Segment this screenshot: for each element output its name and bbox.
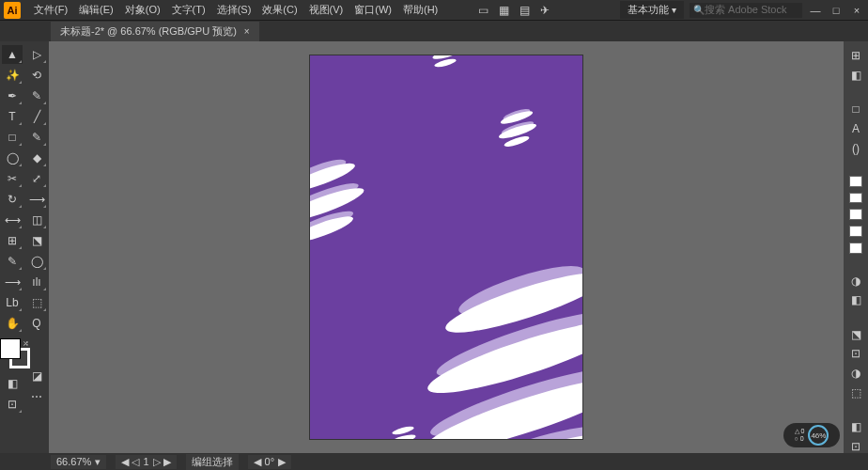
column-graph-tool[interactable]: ılı [26,273,47,291]
ellipse-tool[interactable]: ◯ [2,149,23,167]
swatch-white-2[interactable] [849,193,862,204]
menu-view[interactable]: 视图(V) [303,3,349,17]
gpu-performance-indicator[interactable]: △ 0○ 0 46% [783,423,840,447]
gradient-panel-icon[interactable]: ⊡ [847,347,864,361]
selection-info: 编组选择 [186,454,239,470]
toolbar-left-col: ▲ ✨ ✒ T □ ◯ ✂ ↻ ⟷ ⊞ ✎ ⟶ Lb ✋ ⤮ ◧ ⊡ [0,41,24,453]
tab-close-button[interactable]: × [244,26,250,37]
libraries-panel-icon[interactable]: ◧ [847,69,864,83]
slice-tool[interactable]: ⬚ [26,293,47,312]
swatch-white-5[interactable] [849,243,862,254]
rectangle-tool[interactable]: □ [2,128,23,147]
color-panel-icon[interactable]: □ [847,102,864,117]
menu-type[interactable]: 文字(T) [166,3,211,17]
screen-mode-button[interactable]: ⊡ [2,395,23,414]
blend-tool[interactable]: ◯ [26,252,47,271]
swatch-white-1[interactable] [849,176,862,187]
paintbrush-tool[interactable]: ✎ [26,128,47,147]
lasso-tool[interactable]: ⟲ [26,66,47,85]
eyedropper-tool[interactable]: ✎ [2,252,23,271]
menu-object[interactable]: 对象(O) [119,3,166,17]
scale-tool[interactable]: ⤢ [26,169,47,188]
free-transform-tool[interactable]: ⟶ [26,190,47,209]
menu-window[interactable]: 窗口(W) [349,3,397,17]
swap-fill-stroke-icon[interactable]: ⤮ [23,339,29,348]
zoom-tool[interactable]: Q [26,314,47,333]
stroke-panel-icon[interactable]: ⬔ [847,327,864,341]
swatch-white-4[interactable] [849,226,862,237]
draw-mode-normal[interactable]: ◪ [26,367,47,385]
close-window-button[interactable]: × [849,4,864,17]
menu-effect[interactable]: 效果(C) [256,3,302,17]
toolbar-right-col: ▷ ⟲ ✎ ╱ ✎ ◆ ⤢ ⟶ ◫ ⬔ ◯ ılı ⬚ Q ◪ ⋯ [24,41,49,453]
rotate-view[interactable]: ◀ 0° ▶ [248,455,292,469]
search-input[interactable]: 🔍 搜索 Adobe Stock [690,3,802,18]
align-icon[interactable]: ▤ [517,3,532,18]
color-mode-none[interactable]: ◧ [2,374,23,393]
menu-edit[interactable]: 编辑(E) [73,3,119,17]
menu-file[interactable]: 文件(F) [28,3,73,17]
perspective-grid-tool[interactable]: ◫ [26,211,47,229]
perf-percentage: 46% [808,425,829,446]
brushes-panel-icon[interactable]: ◧ [847,420,864,434]
scissors-tool[interactable]: ✂ [2,169,23,188]
magic-wand-tool[interactable]: ✨ [2,66,23,85]
swatch-white-3[interactable] [849,209,862,220]
align-panel-icon[interactable]: ⬚ [847,385,864,400]
symbol-sprayer-tool[interactable]: ⟶ [2,273,23,291]
edit-toolbar-button[interactable]: ⋯ [26,387,47,406]
type-tool[interactable]: T [2,107,23,126]
document-tab[interactable]: 未标题-2* @ 66.67% (RGB/GPU 预览) × [51,22,259,41]
cloud-icon[interactable]: ✈ [537,3,552,18]
doc-setup-icon[interactable]: ▭ [475,3,490,18]
canvas[interactable] [49,41,844,453]
layers-panel-icon[interactable]: ◧ [847,293,864,307]
maximize-button[interactable]: □ [829,4,844,17]
menu-select[interactable]: 选择(S) [211,3,257,17]
artboard-tool[interactable]: Lb [2,293,23,312]
line-segment-tool[interactable]: ╱ [26,107,47,126]
minimize-button[interactable]: — [808,4,823,17]
app-icon: Ai [4,2,21,19]
rotate-tool[interactable]: ↻ [2,190,23,209]
workspace-switcher[interactable]: 基本功能 ▾ [620,1,684,19]
right-panel-rail: ⊞ ◧ □ A () ◑ ◧ ⬔ ⊡ ◑ ⬚ ◧ ⊡ [844,41,868,453]
status-bar: 66.67% ▾ ◀ ◁ 1 ▷ ▶ 编组选择 ◀ 0° ▶ [0,453,868,470]
zoom-level[interactable]: 66.67% ▾ [51,455,106,469]
menu-bar: Ai 文件(F) 编辑(E) 对象(O) 文字(T) 选择(S) 效果(C) 视… [0,0,868,21]
fill-stroke-control[interactable]: ⤮ [0,338,30,368]
eraser-tool[interactable]: ◆ [26,149,47,167]
selection-tool[interactable]: ▲ [2,45,23,64]
symbols-panel-icon[interactable]: ⊡ [847,439,864,453]
artboard-nav[interactable]: ◀ ◁ 1 ▷ ▶ [116,455,176,469]
direct-selection-tool[interactable]: ▷ [26,45,47,64]
shape-builder-tool[interactable]: ⊞ [2,231,23,250]
artboard[interactable] [310,55,582,439]
width-tool[interactable]: ⟷ [2,211,23,229]
properties-panel-icon[interactable]: ⊞ [847,49,864,63]
paragraph-panel-icon[interactable]: () [847,141,864,155]
document-tab-bar: 未标题-2* @ 66.67% (RGB/GPU 预览) × [0,21,868,41]
transparency-panel-icon[interactable]: ◑ [847,367,864,381]
menu-help[interactable]: 帮助(H) [397,3,443,17]
curvature-tool[interactable]: ✎ [26,86,47,105]
mesh-tool[interactable]: ⬔ [26,231,47,250]
pen-tool[interactable]: ✒ [2,86,23,105]
arrange-icon[interactable]: ▦ [496,3,511,18]
tab-title: 未标题-2* @ 66.67% (RGB/GPU 预览) [60,24,237,39]
hand-tool[interactable]: ✋ [2,314,23,333]
perf-stats: △ 0○ 0 [795,428,805,443]
character-panel-icon[interactable]: A [847,122,864,136]
appearance-panel-icon[interactable]: ◑ [847,274,864,288]
